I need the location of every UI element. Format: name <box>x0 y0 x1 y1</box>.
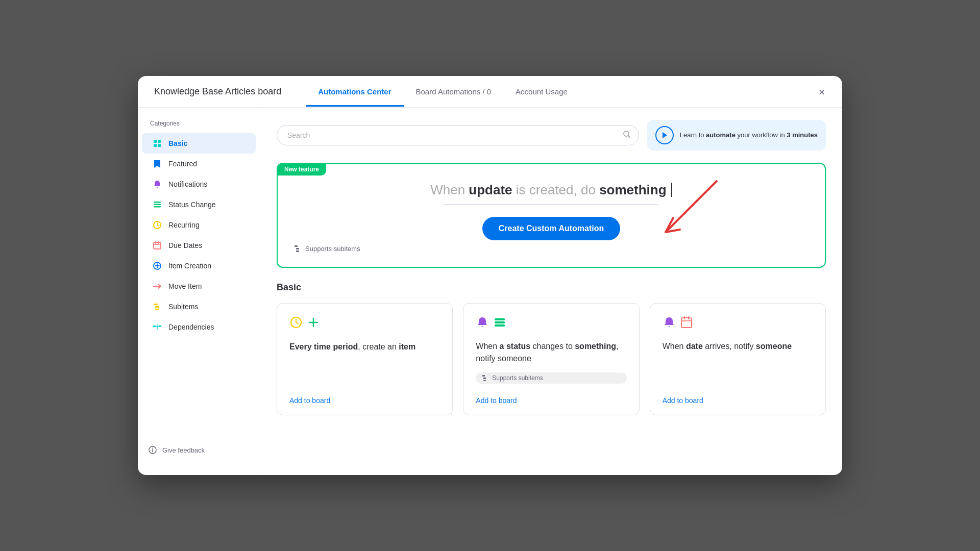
tab-automations-center[interactable]: Automations Center <box>306 87 403 107</box>
sidebar-item-label-move-item: Move Item <box>168 282 202 290</box>
sidebar-item-notifications[interactable]: Notifications <box>142 174 256 194</box>
sidebar-item-due-dates[interactable]: Due Dates <box>142 235 256 256</box>
svg-rect-28 <box>681 318 692 328</box>
search-input[interactable] <box>277 125 639 145</box>
sidebar-item-basic[interactable]: Basic <box>142 133 256 154</box>
svg-rect-24 <box>495 324 505 327</box>
svg-rect-20 <box>296 251 299 252</box>
list-icon-card2 <box>493 316 506 332</box>
clock-icon-card1 <box>289 316 303 333</box>
bell-icon-card3 <box>663 316 676 332</box>
add-to-board-card2[interactable]: Add to board <box>476 390 626 405</box>
automation-card-1: Every time period, create an item Add to… <box>277 303 453 415</box>
svg-rect-11 <box>155 306 159 308</box>
create-custom-button-wrap: Create Custom Automation <box>294 217 808 240</box>
tab-board-automations[interactable]: Board Automations / 0 <box>404 87 504 107</box>
automation-sentence: When update is created, do something <box>430 182 672 198</box>
svg-rect-19 <box>296 248 299 249</box>
card-2-icons <box>476 316 626 332</box>
svg-rect-23 <box>495 321 505 323</box>
card-3-text: When date arrives, notify someone <box>663 340 813 384</box>
give-feedback-button[interactable]: Give feedback <box>148 445 250 455</box>
sidebar-item-label-item-creation: Item Creation <box>168 262 211 270</box>
sidebar: Categories Basic <box>138 108 260 475</box>
automation-card-3: When date arrives, notify someone Add to… <box>650 303 826 415</box>
card-2-text: When a status changes to something, noti… <box>476 340 626 366</box>
modal-body: Categories Basic <box>138 108 842 475</box>
clock-icon <box>152 220 162 230</box>
automation-sentence-area: When update is created, do something <box>294 178 808 205</box>
categories-label: Categories <box>138 120 260 133</box>
svg-point-16 <box>152 448 153 449</box>
plus-circle-icon <box>152 261 162 271</box>
add-to-board-card1[interactable]: Add to board <box>289 390 440 405</box>
card-1-text: Every time period, create an item <box>289 341 440 384</box>
svg-rect-27 <box>483 380 486 381</box>
video-promo: Learn to automate your workflow in 3 min… <box>647 120 826 151</box>
video-promo-text: Learn to automate your workflow in 3 min… <box>680 130 818 140</box>
bell-icon-card2 <box>476 316 489 332</box>
subitems-icon <box>152 302 162 312</box>
svg-rect-8 <box>154 242 161 249</box>
automation-card-2: When a status changes to something, noti… <box>463 303 639 415</box>
svg-rect-13 <box>153 325 156 327</box>
board-name: Knowledge Base Articles <box>154 86 255 96</box>
svg-rect-10 <box>154 304 158 305</box>
create-custom-automation-button[interactable]: Create Custom Automation <box>482 217 621 240</box>
basic-section-title: Basic <box>277 282 826 293</box>
board-suffix: board <box>255 86 281 96</box>
text-cursor <box>671 183 672 197</box>
calendar-icon-card3 <box>680 316 693 332</box>
sidebar-item-label-due-dates: Due Dates <box>168 241 202 249</box>
bookmark-icon <box>152 159 162 169</box>
custom-automation-banner: New feature When update is created, do s… <box>277 163 826 268</box>
svg-rect-12 <box>155 309 159 310</box>
arrow-right-icon <box>152 281 162 291</box>
svg-rect-1 <box>158 140 161 143</box>
video-play-button[interactable] <box>655 126 674 144</box>
sidebar-item-recurring[interactable]: Recurring <box>142 215 256 235</box>
sidebar-item-label-dependencies: Dependencies <box>168 323 214 331</box>
svg-rect-2 <box>154 144 157 147</box>
automation-underline <box>444 204 658 205</box>
new-feature-badge: New feature <box>277 163 326 176</box>
dependencies-icon <box>152 322 162 332</box>
list-icon <box>152 199 162 210</box>
sidebar-item-label-recurring: Recurring <box>168 221 200 229</box>
main-content: Learn to automate your workflow in 3 min… <box>260 108 842 475</box>
search-row: Learn to automate your workflow in 3 min… <box>277 120 826 151</box>
box-icon <box>152 138 162 148</box>
supports-subitems-badge-card2: Supports subitems <box>476 372 626 384</box>
sidebar-item-subitems[interactable]: Subitems <box>142 296 256 317</box>
add-to-board-card3[interactable]: Add to board <box>663 390 813 405</box>
tab-account-usage[interactable]: Account Usage <box>503 87 580 107</box>
svg-rect-25 <box>482 375 485 377</box>
sidebar-item-label-basic: Basic <box>168 139 187 147</box>
svg-rect-6 <box>154 206 161 208</box>
plus-icon-card1 <box>307 316 320 333</box>
sidebar-item-status-change[interactable]: Status Change <box>142 194 256 215</box>
modal-window: Knowledge Base Articles board Automation… <box>138 76 842 475</box>
modal-header: Knowledge Base Articles board Automation… <box>138 76 842 108</box>
sidebar-item-label-status-change: Status Change <box>168 201 216 209</box>
svg-rect-14 <box>159 325 161 327</box>
search-icon <box>623 130 631 140</box>
navigation-tabs: Automations Center Board Automations / 0… <box>306 87 826 107</box>
svg-rect-5 <box>154 204 161 206</box>
bell-icon <box>152 179 162 189</box>
supports-subitems-label: Supports subitems <box>294 244 808 253</box>
search-bar-container <box>277 125 639 145</box>
sidebar-item-dependencies[interactable]: Dependencies <box>142 317 256 337</box>
cards-row: Every time period, create an item Add to… <box>277 303 826 415</box>
card-1-icons <box>289 316 440 333</box>
svg-rect-0 <box>154 140 157 143</box>
svg-rect-18 <box>295 245 298 247</box>
svg-rect-22 <box>495 318 505 320</box>
svg-rect-4 <box>154 202 161 203</box>
sidebar-item-featured[interactable]: Featured <box>142 154 256 174</box>
sidebar-item-label-subitems: Subitems <box>168 303 198 311</box>
card-3-icons <box>663 316 813 332</box>
sidebar-item-move-item[interactable]: Move Item <box>142 276 256 296</box>
sidebar-item-item-creation[interactable]: Item Creation <box>142 256 256 276</box>
close-button[interactable]: × <box>814 84 830 101</box>
